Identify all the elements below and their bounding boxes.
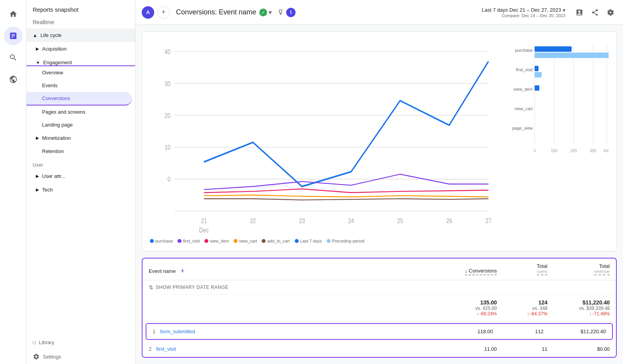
legend-first-visit: first_visit: [178, 239, 200, 243]
table-panel: Event name + ↓ Conversions Total: [142, 258, 617, 358]
legend-last7days: Last 7 days: [295, 239, 322, 243]
svg-text:100: 100: [551, 149, 558, 153]
home-nav-item[interactable]: [4, 5, 23, 23]
report-icon-btn[interactable]: [573, 6, 586, 19]
settings-icon: [33, 353, 40, 360]
tech-group-title[interactable]: ▶ Tech: [26, 183, 135, 197]
summary-conversions: 135.00 vs. 425.00 ↓ -68.24%: [435, 299, 497, 317]
settings-label: Settings: [43, 354, 61, 360]
sidebar-item-overview[interactable]: Overview: [26, 66, 132, 79]
svg-text:purchase: purchase: [515, 48, 533, 53]
insights-icon-btn[interactable]: [604, 6, 617, 19]
col-conversions: ↓ Conversions: [435, 268, 497, 275]
svg-text:24: 24: [348, 217, 354, 225]
svg-text:10: 10: [165, 144, 171, 151]
legend-dot-preceding: [327, 239, 331, 243]
monetization-label: Monetization: [42, 135, 71, 141]
legend-dot-purchase: [150, 239, 154, 243]
acquisition-chevron: ▶: [36, 46, 39, 51]
legend-dot-last7days: [295, 239, 299, 243]
row1-users: 112: [493, 329, 544, 334]
row2-event-link[interactable]: first_visit: [156, 346, 176, 352]
legend-dot-first-visit: [178, 239, 181, 243]
tech-chevron: ▶: [36, 187, 39, 192]
sidebar-item-landing-page[interactable]: Landing page: [26, 118, 132, 131]
col-conversions-label: ↓ Conversions: [465, 268, 497, 274]
satellite-nav-item[interactable]: [4, 70, 23, 89]
monetization-group-title[interactable]: ▶ Monetization: [26, 131, 135, 145]
svg-text:40: 40: [165, 48, 171, 55]
date-range-dates: Dec 21 – Dec 27, 2023: [509, 7, 561, 13]
acquisition-group-title[interactable]: ▶ Acquisition: [26, 42, 135, 56]
search-nav-item[interactable]: [4, 48, 23, 67]
analytics-nav-item[interactable]: [4, 26, 23, 45]
main-content: A + Conversions: Event name ✓ ▾ ⊽ I Last…: [136, 0, 623, 364]
col-total-revenue: Total revenue: [547, 263, 610, 275]
svg-text:26: 26: [446, 217, 452, 225]
down-arrow-revenue-icon: ↓: [589, 311, 591, 317]
show-date-range-label: SHOW PRIMARY DATE RANGE: [156, 285, 229, 290]
share-icon-btn[interactable]: [589, 6, 601, 19]
svg-rect-25: [535, 46, 572, 52]
user-attr-group-title[interactable]: ▶ User attr...: [26, 169, 135, 183]
row2-revenue: $0.00: [547, 346, 610, 352]
legend-view-item: view_item: [204, 239, 229, 243]
library-link[interactable]: □ Library: [26, 336, 135, 349]
summary-users-compare: vs. 348: [497, 306, 547, 311]
legend-label-view-item: view_item: [210, 239, 229, 243]
content-area: 40 30 20 10 0 21 22 23 24 25 26: [136, 25, 623, 364]
legend-label-purchase: purchase: [155, 239, 173, 243]
col-event-name-label: Event name: [149, 268, 176, 274]
monetization-chevron: ▶: [36, 135, 39, 141]
bar-chart-area: purchase first_visit view_item: [500, 39, 609, 243]
filter-info-badge[interactable]: I: [286, 8, 296, 17]
svg-text:23: 23: [299, 217, 305, 225]
sidebar-item-retention[interactable]: Retention: [26, 145, 132, 158]
add-button[interactable]: +: [157, 6, 170, 19]
svg-text:0: 0: [533, 149, 536, 153]
engagement-chevron: ▼: [36, 60, 40, 65]
legend-dot-add-to-cart: [262, 239, 266, 243]
svg-rect-29: [535, 72, 542, 77]
sidebar-item-events[interactable]: Events: [26, 79, 132, 92]
svg-text:27: 27: [486, 217, 491, 225]
col-total-label: Total: [537, 263, 547, 269]
row1-num: 1: [153, 329, 155, 334]
summary-users: 124 vs. 348 ↓ -64.37%: [497, 299, 547, 317]
summary-revenue-change-value: -71.48%: [592, 311, 610, 317]
col-conversions-sub: [465, 274, 497, 275]
dropdown-arrow-icon[interactable]: ▾: [269, 9, 272, 16]
legend-add-to-cart: add_to_cart: [262, 239, 290, 243]
legend-view-cart: view_cart: [234, 239, 257, 243]
row1-event-link[interactable]: form_submitted: [160, 329, 195, 334]
row2-conversions: 11.00: [435, 346, 497, 352]
expand-icon: ⇅: [149, 284, 153, 290]
add-column-button[interactable]: +: [180, 267, 185, 275]
page-title: Conversions: Event name: [176, 8, 256, 16]
header-action-icons: [573, 6, 617, 19]
reports-snapshot-link[interactable]: Reports snapshot: [26, 0, 135, 16]
svg-rect-26: [535, 53, 609, 58]
sidebar-item-conversions[interactable]: Conversions: [26, 92, 132, 106]
date-dropdown-icon[interactable]: ▾: [563, 7, 565, 13]
summary-conversions-compare: vs. 425.00: [435, 306, 497, 311]
chart-panel: 40 30 20 10 0 21 22 23 24 25 26: [136, 25, 623, 258]
settings-link[interactable]: Settings: [26, 349, 135, 364]
filter-funnel-icon[interactable]: ⊽: [278, 8, 283, 17]
check-green-icon: ✓: [259, 9, 267, 16]
engagement-group-title[interactable]: ▼ Engagement: [26, 56, 135, 66]
legend-preceding: Preceding period: [327, 239, 364, 243]
sidebar-item-pages-screens[interactable]: Pages and screens: [26, 106, 132, 118]
realtime-link[interactable]: Realtime: [26, 16, 135, 28]
legend-label-view-cart: view_cart: [239, 239, 257, 243]
svg-text:21: 21: [201, 217, 207, 225]
summary-users-change: ↓ -64.37%: [497, 311, 547, 317]
summary-revenue-compare: vs. $39,339.48: [547, 306, 610, 311]
icon-nav: [0, 0, 26, 364]
col-revenue-label: Total: [599, 263, 610, 269]
show-date-range-row[interactable]: ⇅ SHOW PRIMARY DATE RANGE: [143, 280, 616, 295]
col-users-sub: users: [537, 269, 547, 274]
table-row-highlighted: 1 form_submitted 118.00 112 $11,220.40: [146, 323, 613, 340]
lifecycle-section[interactable]: ▲ Life cycle: [26, 28, 135, 42]
user-attr-label: User attr...: [42, 173, 65, 179]
